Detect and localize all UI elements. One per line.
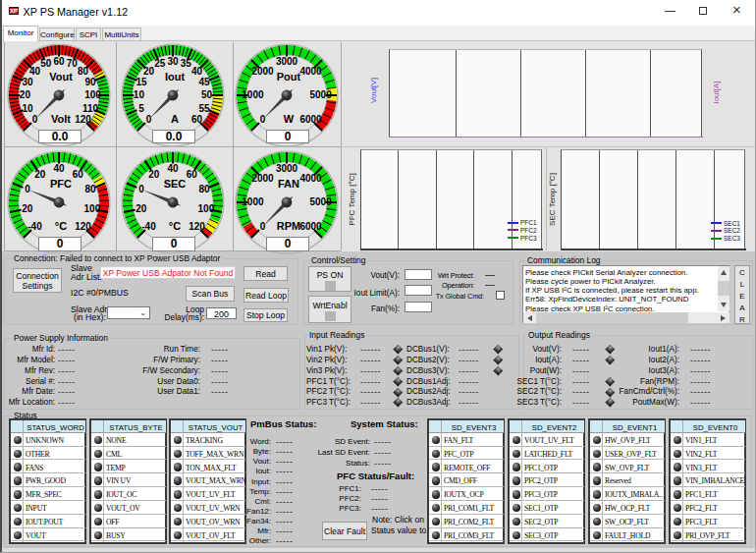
svg-text:10: 10 (134, 89, 145, 100)
svg-text:-20: -20 (133, 203, 147, 214)
svg-text:PFC: PFC (50, 178, 72, 190)
svg-text:80: 80 (198, 184, 210, 194)
svg-text:3000: 3000 (276, 163, 298, 174)
svg-text:Volt: Volt (51, 113, 71, 125)
svg-text:15: 15 (135, 77, 147, 87)
svg-text:5000: 5000 (309, 196, 332, 207)
svg-text:Vout: Vout (49, 71, 73, 83)
svg-text:0: 0 (32, 114, 38, 125)
svg-text:100: 100 (84, 203, 101, 214)
svg-text:20: 20 (148, 169, 160, 180)
svg-text:0: 0 (25, 184, 30, 194)
svg-text:-20: -20 (19, 203, 33, 214)
svg-text:0: 0 (138, 184, 144, 194)
svg-text:0: 0 (146, 114, 152, 125)
svg-text:45: 45 (198, 77, 210, 87)
svg-text:50: 50 (201, 89, 213, 100)
svg-text:°C: °C (169, 220, 181, 232)
svg-text:40: 40 (29, 66, 41, 77)
svg-text:20: 20 (34, 169, 46, 180)
svg-text:40: 40 (167, 163, 179, 174)
svg-text:6000: 6000 (299, 114, 322, 125)
svg-text:5: 5 (138, 103, 144, 114)
svg-text:3000: 3000 (276, 56, 298, 67)
svg-text:60: 60 (53, 56, 65, 67)
svg-text:10: 10 (22, 103, 33, 114)
svg-text:35: 35 (181, 58, 192, 69)
svg-text:-40: -40 (27, 221, 42, 232)
svg-text:RPM: RPM (277, 220, 300, 232)
svg-text:55: 55 (198, 103, 210, 114)
svg-text:30: 30 (167, 56, 179, 67)
svg-text:60: 60 (187, 169, 198, 180)
svg-text:FAN: FAN (278, 178, 299, 190)
svg-text:100: 100 (198, 203, 215, 214)
svg-text:60: 60 (191, 114, 203, 125)
svg-text:SEC: SEC (164, 178, 187, 190)
svg-text:Pout: Pout (277, 71, 301, 83)
svg-text:2000: 2000 (251, 173, 274, 184)
svg-text:Iout: Iout (165, 71, 185, 83)
svg-text:0: 0 (260, 114, 266, 125)
svg-text:6000: 6000 (299, 221, 322, 232)
svg-text:40: 40 (191, 66, 203, 77)
svg-text:20: 20 (20, 89, 31, 100)
svg-text:-40: -40 (141, 221, 156, 232)
svg-text:1000: 1000 (242, 196, 264, 207)
svg-text:80: 80 (78, 66, 89, 77)
svg-text:120: 120 (75, 114, 91, 125)
svg-text:100: 100 (84, 89, 101, 100)
svg-text:4000: 4000 (299, 173, 322, 184)
svg-text:0: 0 (260, 221, 266, 232)
svg-text:°C: °C (55, 220, 67, 232)
svg-text:120: 120 (75, 221, 91, 232)
svg-text:70: 70 (67, 58, 79, 69)
svg-text:20: 20 (143, 66, 155, 77)
svg-text:1000: 1000 (242, 89, 264, 100)
svg-text:50: 50 (40, 58, 52, 69)
svg-text:5000: 5000 (309, 89, 332, 100)
svg-text:80: 80 (84, 184, 96, 194)
svg-text:W: W (284, 113, 295, 125)
svg-text:40: 40 (53, 163, 65, 174)
svg-text:25: 25 (154, 58, 166, 69)
svg-text:30: 30 (22, 77, 33, 87)
svg-text:4000: 4000 (299, 66, 322, 77)
svg-text:A: A (171, 113, 179, 125)
svg-text:2000: 2000 (251, 66, 274, 77)
svg-text:90: 90 (84, 77, 96, 87)
svg-text:110: 110 (82, 103, 99, 114)
svg-text:120: 120 (189, 221, 205, 232)
svg-text:60: 60 (73, 169, 84, 180)
